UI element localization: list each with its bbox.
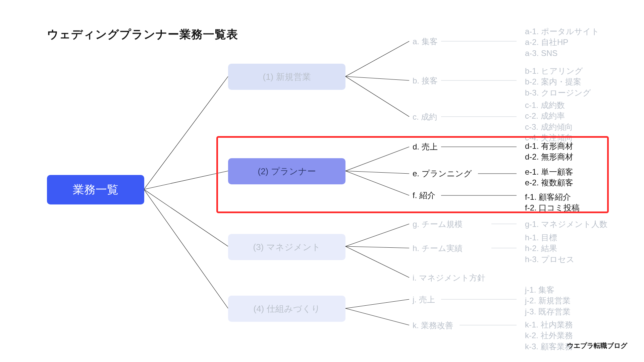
leaf-a-2: a-2. 自社HP bbox=[525, 37, 599, 48]
svg-line-4 bbox=[345, 41, 409, 76]
mid-g: g. チーム規模 bbox=[413, 219, 463, 230]
mid-a: a. 集客 bbox=[413, 36, 438, 47]
leaf-h-1: h-1. 目標 bbox=[525, 232, 575, 243]
leaves-b: b-1. ヒアリング b-2. 案内・提案 b-3. クロージング bbox=[525, 66, 591, 98]
root-label: 業務一覧 bbox=[73, 182, 118, 197]
leaf-g-1: g-1. マネジメント人数 bbox=[525, 219, 607, 230]
leaves-k: k-1. 社内業務 k-2. 社外業務 k-3. 顧客業務 bbox=[525, 319, 573, 352]
mid-b: b. 接客 bbox=[413, 75, 438, 86]
mid-k: k. 業務改善 bbox=[413, 320, 453, 331]
category-3: (3) マネジメント bbox=[228, 234, 345, 260]
leaves-g: g-1. マネジメント人数 bbox=[525, 219, 607, 230]
category-1: (1) 新規営業 bbox=[228, 64, 345, 90]
leaf-h-2: h-2. 結果 bbox=[525, 243, 575, 254]
leaf-b-3: b-3. クロージング bbox=[525, 87, 591, 98]
mid-h: h. チーム実績 bbox=[413, 243, 463, 254]
highlight-planner-section bbox=[216, 136, 609, 213]
leaf-j-3: j-3. 既存営業 bbox=[525, 306, 571, 317]
svg-line-0 bbox=[144, 76, 228, 189]
svg-line-12 bbox=[345, 246, 409, 278]
leaf-c-3: c-3. 成約傾向 bbox=[525, 122, 573, 132]
category-4: (4) 仕組みづくり bbox=[228, 296, 345, 322]
mid-i: i. マネジメント方針 bbox=[413, 273, 485, 283]
leaf-j-1: j-1. 集客 bbox=[525, 285, 571, 295]
leaves-h: h-1. 目標 h-2. 結果 h-3. プロセス bbox=[525, 232, 575, 265]
mid-c: c. 成約 bbox=[413, 112, 437, 122]
leaf-c-2: c-2. 成約率 bbox=[525, 111, 573, 121]
mid-j: j. 売上 bbox=[413, 294, 435, 305]
category-3-label: (3) マネジメント bbox=[253, 241, 321, 253]
leaf-b-1: b-1. ヒアリング bbox=[525, 66, 591, 76]
svg-line-14 bbox=[345, 308, 409, 325]
footer-credit: ウエプラ転職ブログ bbox=[567, 341, 627, 350]
leaf-a-1: a-1. ポータルサイト bbox=[525, 26, 599, 37]
leaf-k-1: k-1. 社内業務 bbox=[525, 319, 573, 330]
leaf-k-3: k-3. 顧客業務 bbox=[525, 341, 573, 352]
svg-line-1 bbox=[144, 171, 228, 189]
svg-line-6 bbox=[345, 76, 409, 117]
svg-line-10 bbox=[345, 224, 409, 246]
diagram-title: ウェディングプランナー業務一覧表 bbox=[47, 27, 238, 42]
leaf-c-1: c-1. 成約数 bbox=[525, 100, 573, 111]
root-node: 業務一覧 bbox=[47, 175, 144, 204]
category-4-label: (4) 仕組みづくり bbox=[254, 303, 320, 315]
svg-line-3 bbox=[144, 189, 228, 308]
svg-line-5 bbox=[345, 76, 409, 80]
leaf-h-3: h-3. プロセス bbox=[525, 254, 575, 265]
leaves-a: a-1. ポータルサイト a-2. 自社HP a-3. SNS bbox=[525, 26, 599, 59]
svg-line-13 bbox=[345, 299, 409, 308]
leaf-b-2: b-2. 案内・提案 bbox=[525, 76, 591, 87]
leaves-j: j-1. 集客 j-2. 新規営業 j-3. 既存営業 bbox=[525, 285, 571, 317]
leaf-k-2: k-2. 社外業務 bbox=[525, 330, 573, 341]
leaf-j-2: j-2. 新規営業 bbox=[525, 295, 571, 306]
category-1-label: (1) 新規営業 bbox=[263, 71, 311, 83]
svg-line-2 bbox=[144, 189, 228, 246]
leaf-a-3: a-3. SNS bbox=[525, 48, 599, 59]
svg-line-11 bbox=[345, 246, 409, 248]
